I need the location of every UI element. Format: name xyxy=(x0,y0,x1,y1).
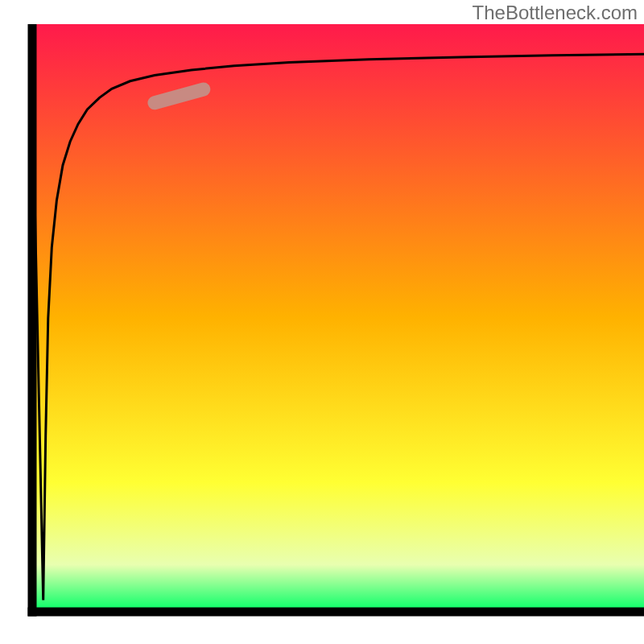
gradient-background xyxy=(32,24,644,612)
chart-svg xyxy=(0,0,644,644)
attribution-text: TheBottleneck.com xyxy=(473,2,638,24)
chart-container: TheBottleneck.com xyxy=(0,0,644,644)
